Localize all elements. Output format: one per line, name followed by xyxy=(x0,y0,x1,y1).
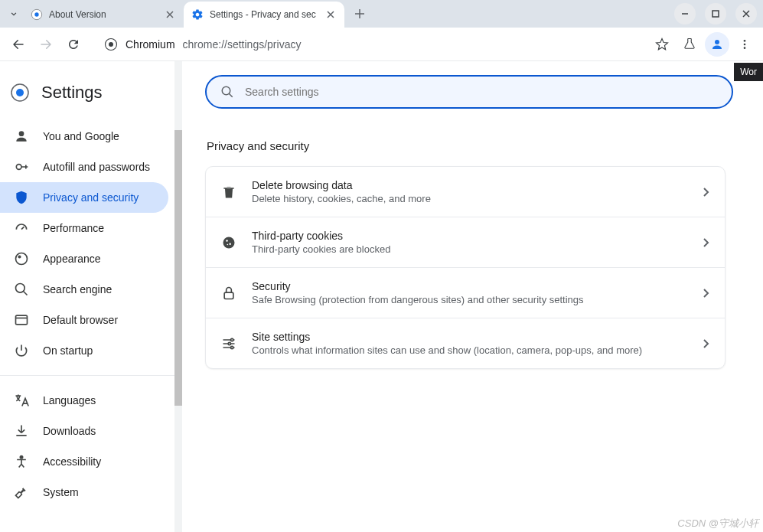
speedometer-icon xyxy=(14,220,29,236)
chevron-right-icon xyxy=(703,289,709,298)
labs-button[interactable] xyxy=(677,32,702,57)
svg-point-22 xyxy=(227,243,229,245)
sidebar-item-performance[interactable]: Performance xyxy=(0,213,168,243)
tab-search-dropdown[interactable] xyxy=(5,5,23,23)
palette-icon xyxy=(14,251,29,266)
sidebar-item-label: Privacy and security xyxy=(43,191,139,204)
divider xyxy=(0,375,174,376)
row-site-settings[interactable]: Site settings Controls what information … xyxy=(206,318,725,368)
settings-header: Settings xyxy=(0,75,174,121)
bookmark-button[interactable] xyxy=(650,32,674,57)
reload-button[interactable] xyxy=(61,32,86,57)
sidebar-item-you-and-google[interactable]: You and Google xyxy=(0,121,168,152)
sidebar-item-search-engine[interactable]: Search engine xyxy=(0,274,168,305)
profile-button[interactable] xyxy=(705,32,729,57)
watermark: CSDN @守城小轩 xyxy=(677,517,758,530)
row-subtitle: Safe Browsing (protection from dangerous… xyxy=(252,294,688,305)
power-icon xyxy=(14,343,29,358)
main-content: Privacy and security Delete browsing dat… xyxy=(182,61,763,532)
toolbar: Chromium chrome://settings/privacy xyxy=(0,28,763,61)
chromium-icon xyxy=(31,8,43,21)
key-icon xyxy=(14,159,29,175)
privacy-card: Delete browsing data Delete history, coo… xyxy=(205,166,726,369)
row-third-party-cookies[interactable]: Third-party cookies Third-party cookies … xyxy=(206,217,725,268)
translate-icon xyxy=(14,393,29,408)
svg-point-21 xyxy=(229,243,231,245)
accessibility-icon xyxy=(14,454,29,469)
search-input[interactable] xyxy=(245,86,718,98)
browser-icon xyxy=(14,312,29,328)
chevron-right-icon xyxy=(703,238,709,247)
sidebar-item-label: System xyxy=(43,486,79,498)
svg-point-12 xyxy=(16,165,21,170)
tab-title: About Version xyxy=(49,9,159,20)
new-tab-button[interactable] xyxy=(349,3,370,24)
person-icon xyxy=(14,129,29,144)
row-subtitle: Third-party cookies are blocked xyxy=(252,243,688,255)
row-title: Site settings xyxy=(252,331,688,343)
svg-point-18 xyxy=(222,86,230,95)
search-icon xyxy=(14,282,29,297)
svg-point-4 xyxy=(109,42,113,47)
search-settings[interactable] xyxy=(205,75,733,109)
sidebar-item-default-browser[interactable]: Default browser xyxy=(0,305,168,335)
sidebar-item-label: You and Google xyxy=(43,130,119,142)
cookie-icon xyxy=(221,235,236,250)
scrollbar[interactable] xyxy=(174,61,182,532)
svg-rect-23 xyxy=(224,292,233,299)
wrench-icon xyxy=(14,485,29,500)
window-controls xyxy=(674,3,757,24)
sidebar-item-languages[interactable]: Languages xyxy=(0,385,168,416)
minimize-button[interactable] xyxy=(674,3,696,24)
sidebar-item-system[interactable]: System xyxy=(0,477,168,508)
sidebar-item-label: Languages xyxy=(43,394,96,406)
svg-point-26 xyxy=(231,346,233,348)
svg-rect-16 xyxy=(16,315,28,325)
omnibox-chip: Chromium xyxy=(126,38,175,51)
forward-button[interactable] xyxy=(34,32,58,57)
omnibox[interactable]: Chromium chrome://settings/privacy xyxy=(95,31,641,57)
close-icon[interactable] xyxy=(324,8,337,21)
chevron-right-icon xyxy=(703,339,709,348)
svg-point-19 xyxy=(223,237,235,248)
close-icon[interactable] xyxy=(164,8,176,21)
sidebar-item-label: Default browser xyxy=(43,314,118,326)
sidebar-item-downloads[interactable]: Downloads xyxy=(0,416,168,446)
menu-button[interactable] xyxy=(732,32,757,57)
sidebar-item-appearance[interactable]: Appearance xyxy=(0,243,168,274)
tooltip: Wor xyxy=(734,63,763,81)
search-icon xyxy=(220,85,234,99)
tab-about-version[interactable]: About Version xyxy=(23,2,184,28)
row-delete-browsing-data[interactable]: Delete browsing data Delete history, coo… xyxy=(206,167,725,217)
sidebar-item-label: Downloads xyxy=(43,425,96,437)
svg-point-20 xyxy=(226,240,228,242)
shield-icon xyxy=(14,190,29,205)
back-button[interactable] xyxy=(6,32,31,57)
close-window-button[interactable] xyxy=(735,3,757,24)
tab-title: Settings - Privacy and sec xyxy=(210,9,320,20)
sidebar-item-accessibility[interactable]: Accessibility xyxy=(0,446,168,477)
svg-point-5 xyxy=(715,40,719,44)
scrollbar-thumb[interactable] xyxy=(174,130,182,406)
tab-settings-privacy[interactable]: Settings - Privacy and sec xyxy=(184,2,344,28)
svg-point-25 xyxy=(228,342,230,344)
svg-point-24 xyxy=(231,338,233,341)
row-subtitle: Delete history, cookies, cache, and more xyxy=(252,193,688,204)
download-icon xyxy=(14,423,29,439)
section-title: Privacy and security xyxy=(207,139,740,152)
sidebar-item-privacy[interactable]: Privacy and security xyxy=(0,182,168,213)
sidebar-item-autofill[interactable]: Autofill and passwords xyxy=(0,152,168,182)
content: Settings You and Google Autofill and pas… xyxy=(0,61,763,532)
sidebar-item-label: Search engine xyxy=(43,283,112,295)
chromium-icon xyxy=(11,83,29,102)
row-title: Third-party cookies xyxy=(252,230,688,242)
svg-point-15 xyxy=(16,284,25,293)
tune-icon xyxy=(221,336,236,351)
lock-icon xyxy=(221,286,236,301)
svg-point-1 xyxy=(34,12,38,16)
row-security[interactable]: Security Safe Browsing (protection from … xyxy=(206,268,725,318)
chevron-right-icon xyxy=(703,188,709,197)
row-subtitle: Controls what information sites can use … xyxy=(252,344,688,356)
sidebar-item-on-startup[interactable]: On startup xyxy=(0,335,168,366)
maximize-button[interactable] xyxy=(705,3,726,24)
